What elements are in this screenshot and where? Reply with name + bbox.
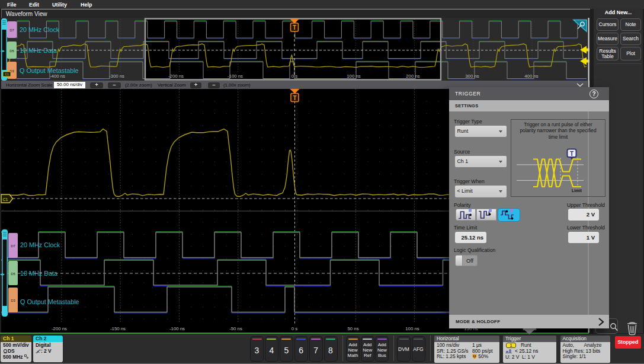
svg-text:-150 ns: -150 ns: [110, 326, 126, 331]
svg-text:Limit: Limit: [572, 189, 582, 193]
svg-text:Q Output Metastable: Q Output Metastable: [20, 298, 79, 305]
svg-text:D5: D5: [9, 49, 14, 53]
svg-text:-400 ns: -400 ns: [50, 74, 65, 79]
svg-text:-200 ns: -200 ns: [52, 326, 67, 331]
svg-text:◂▸: ◂▸: [0, 272, 5, 277]
svg-text:0 s: 0 s: [291, 326, 298, 331]
svg-text:◂▸: ◂▸: [1, 49, 5, 53]
svg-text:T: T: [293, 95, 296, 101]
svg-text:D7: D7: [9, 28, 14, 32]
svg-text:D5: D5: [11, 272, 15, 276]
svg-text:10 MHz Data: 10 MHz Data: [20, 270, 57, 277]
svg-text:D3: D3: [11, 299, 15, 302]
svg-text:T: T: [293, 24, 296, 31]
svg-text:0 s: 0 s: [291, 74, 298, 79]
svg-text:100 ns: 100 ns: [347, 74, 361, 79]
svg-text:D7: D7: [11, 244, 15, 248]
svg-text:-100 ns: -100 ns: [169, 326, 185, 331]
svg-text:C1: C1: [3, 197, 8, 202]
svg-text:-100 ns: -100 ns: [228, 74, 243, 79]
svg-text:400 ns: 400 ns: [524, 74, 539, 79]
svg-text:T: T: [570, 151, 573, 157]
svg-text:-300 ns: -300 ns: [109, 74, 124, 79]
svg-text:Q Output Metastable: Q Output Metastable: [20, 67, 79, 74]
svg-text:U: U: [473, 355, 476, 358]
svg-text:-200 ns: -200 ns: [168, 74, 184, 79]
svg-text:-50 ns: -50 ns: [229, 326, 242, 331]
svg-text:100 ns: 100 ns: [405, 326, 419, 331]
svg-text:20 MHz Clock: 20 MHz Clock: [20, 26, 60, 33]
svg-text:50 ns: 50 ns: [347, 326, 358, 331]
svg-text:C1: C1: [5, 72, 9, 76]
svg-text:200 ns: 200 ns: [406, 74, 420, 79]
svg-text:300 ns: 300 ns: [465, 74, 479, 79]
svg-text:10 MHz Data: 10 MHz Data: [20, 47, 57, 54]
svg-text:20 MHz Clock: 20 MHz Clock: [20, 241, 60, 248]
